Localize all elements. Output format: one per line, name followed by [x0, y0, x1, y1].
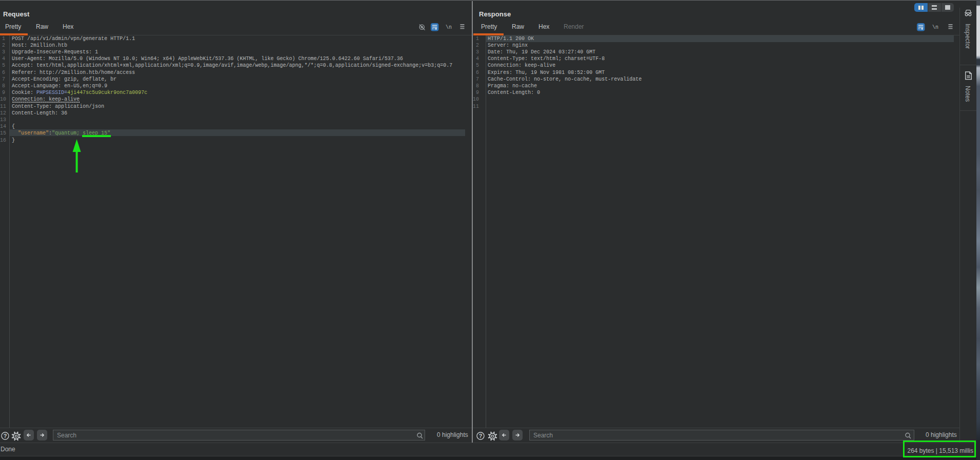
svg-text:?: ?: [4, 433, 7, 439]
svg-text:?: ?: [479, 433, 483, 439]
